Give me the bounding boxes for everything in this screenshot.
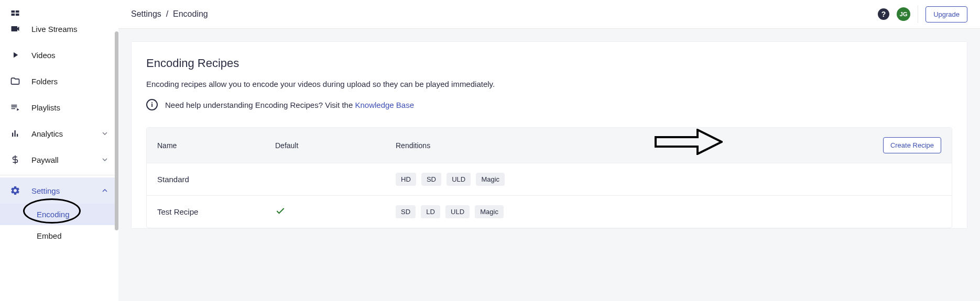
gear-icon	[9, 185, 21, 196]
cell-renditions: SD LD ULD Magic	[396, 205, 941, 218]
sidebar-item-settings[interactable]: Settings	[0, 177, 118, 204]
svg-rect-4	[12, 133, 13, 137]
sidebar-item-live-streams[interactable]: Live Streams	[0, 16, 118, 42]
sidebar-item-label: Videos	[31, 51, 109, 60]
divider	[0, 175, 118, 175]
svg-rect-0	[12, 10, 15, 13]
chevron-up-icon	[101, 186, 109, 195]
dashboard-icon	[9, 10, 21, 16]
sidebar-subitem-label: Encoding	[37, 210, 70, 219]
sidebar-subitem-encoding[interactable]: Encoding	[0, 204, 118, 225]
sidebar-item-label: Playlists	[31, 103, 109, 112]
check-icon	[275, 206, 286, 216]
bar-chart-icon	[9, 128, 21, 139]
col-header-default: Default	[275, 141, 396, 150]
chevron-down-icon	[101, 129, 109, 138]
cell-name: Standard	[157, 175, 275, 184]
svg-rect-1	[16, 10, 19, 13]
table-header: Name Default Renditions Create Recipe	[147, 128, 952, 163]
divider	[918, 5, 918, 23]
col-header-renditions: Renditions	[396, 141, 883, 150]
sidebar-item-dashboard[interactable]	[0, 10, 118, 16]
play-icon	[9, 49, 21, 61]
help-row: i Need help understanding Encoding Recip…	[146, 99, 952, 110]
create-recipe-button[interactable]: Create Recipe	[883, 137, 941, 153]
sidebar-item-label: Analytics	[31, 129, 90, 138]
table-row[interactable]: Standard HD SD ULD Magic	[147, 163, 952, 195]
sidebar-item-folders[interactable]: Folders	[0, 68, 118, 94]
breadcrumb-sep: /	[164, 9, 173, 18]
table-row[interactable]: Test Recipe SD LD ULD Magic	[147, 195, 952, 228]
svg-rect-6	[17, 134, 18, 137]
sidebar: Live Streams Videos Folders Playlists An…	[0, 0, 118, 301]
rendition-badge: Magic	[476, 173, 505, 186]
sidebar-item-label: Live Streams	[31, 25, 109, 34]
col-header-name: Name	[157, 141, 275, 150]
upgrade-button[interactable]: Upgrade	[925, 6, 967, 23]
svg-rect-5	[15, 130, 16, 137]
sidebar-item-label: Settings	[31, 186, 90, 195]
rendition-badge: LD	[421, 205, 440, 218]
rendition-badge: HD	[396, 173, 416, 186]
playlist-icon	[9, 102, 21, 113]
rendition-badge: SD	[421, 173, 441, 186]
recipes-table: Name Default Renditions Create Recipe St…	[146, 127, 952, 228]
sidebar-subitem-embed[interactable]: Embed	[0, 225, 118, 247]
sidebar-item-paywall[interactable]: Paywall	[0, 147, 118, 173]
main-area: Settings / Encoding ? JG Upgrade Encodin…	[118, 0, 980, 301]
panel-encoding-recipes: Encoding Recipes Encoding recipes allow …	[131, 41, 967, 229]
breadcrumb: Settings / Encoding	[131, 9, 208, 19]
rendition-badge: ULD	[447, 173, 471, 186]
cell-default	[275, 206, 396, 218]
help-icon[interactable]: ?	[878, 8, 889, 20]
chevron-down-icon	[101, 155, 109, 164]
rendition-badge: SD	[396, 205, 416, 218]
dollar-icon	[9, 154, 21, 165]
cell-renditions: HD SD ULD Magic	[396, 173, 941, 186]
rendition-badge: Magic	[475, 205, 504, 218]
page-subtitle: Encoding recipes allow you to encode you…	[146, 80, 952, 88]
page-title: Encoding Recipes	[146, 57, 952, 70]
scrollbar[interactable]	[114, 0, 118, 301]
cell-name: Test Recipe	[157, 207, 275, 216]
sidebar-item-videos[interactable]: Videos	[0, 42, 118, 68]
sidebar-item-label: Paywall	[31, 155, 90, 164]
info-icon: i	[146, 99, 158, 110]
rendition-badge: ULD	[445, 205, 470, 218]
scrollbar-thumb[interactable]	[115, 31, 118, 230]
breadcrumb-current: Encoding	[173, 9, 208, 18]
avatar[interactable]: JG	[897, 7, 910, 21]
breadcrumb-parent[interactable]: Settings	[131, 9, 161, 18]
sidebar-item-analytics[interactable]: Analytics	[0, 120, 118, 147]
sidebar-subitem-label: Embed	[37, 231, 62, 240]
topbar: Settings / Encoding ? JG Upgrade	[118, 0, 980, 29]
folder-icon	[9, 75, 21, 87]
sidebar-item-playlists[interactable]: Playlists	[0, 94, 118, 120]
help-text: Need help understanding Encoding Recipes…	[165, 101, 355, 109]
sidebar-item-label: Folders	[31, 77, 109, 86]
camera-icon	[9, 23, 21, 35]
knowledge-base-link[interactable]: Knowledge Base	[355, 101, 414, 109]
